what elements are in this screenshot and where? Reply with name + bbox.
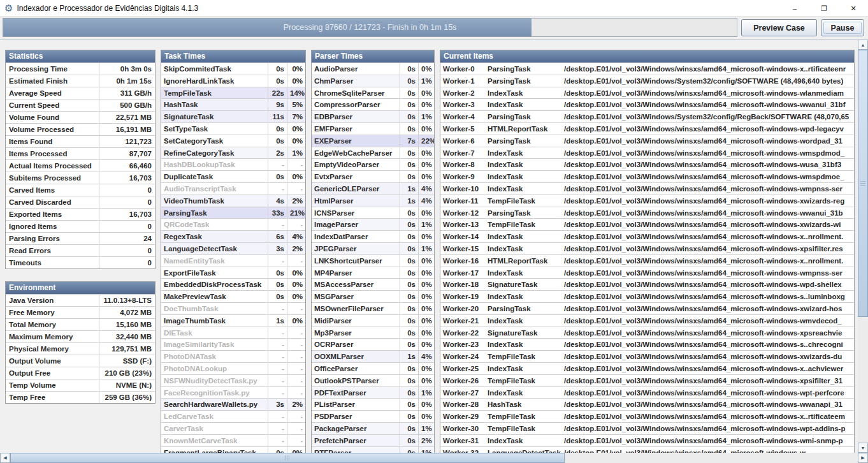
title-bar: ⚙ Indexador e Processador de Evidências …	[0, 0, 868, 17]
task-percent: -	[287, 327, 305, 339]
table-row: Temp Free259 GB (36%)	[6, 391, 155, 403]
parser-percent: 0%	[418, 147, 434, 159]
stat-value: 0	[99, 221, 155, 232]
table-row: Output Free210 GB (23%)	[6, 367, 155, 379]
parser-time: 0s	[400, 99, 418, 110]
table-row: Worker-24TempFileTask/desktop.E01/vol_vo…	[440, 350, 854, 362]
parser-time: 0s	[400, 231, 418, 242]
scroll-down-button[interactable]: ▼	[858, 443, 868, 453]
env-label: Total Memory	[6, 319, 99, 330]
parser-percent: 4%	[418, 351, 434, 362]
env-value: 32,440 MB	[99, 331, 155, 342]
parser-time: 1s	[400, 195, 418, 207]
table-row: DIETask--	[161, 327, 305, 339]
environment-panel-title: Environment	[6, 282, 155, 294]
parser-name: EXEParser	[312, 135, 400, 147]
stat-label: Exported Items	[6, 209, 99, 220]
horizontal-scrollbar-thumb[interactable]	[10, 453, 565, 463]
parser-time: 0s	[400, 123, 418, 135]
vertical-scrollbar[interactable]: ▲ ▼	[858, 40, 868, 453]
scroll-right-button[interactable]: ▶	[858, 453, 868, 463]
parser-percent: 1%	[418, 243, 434, 254]
worker-name: Worker-11	[440, 195, 485, 207]
worker-item-path: /desktop.E01/vol_vol3/Windows/winsxs/amd…	[561, 243, 854, 254]
vertical-scrollbar-thumb[interactable]	[858, 50, 868, 317]
task-name: PhotoDNALookup	[161, 363, 268, 374]
worker-task: ParsingTask	[485, 75, 561, 87]
table-row: CompressorParser0s0%	[312, 98, 434, 110]
parser-percent: 0%	[418, 171, 434, 182]
pause-button[interactable]: Pause	[821, 19, 864, 36]
worker-name: Worker-13	[440, 219, 485, 230]
worker-item-path: /desktop.E01/vol_vol3/Windows/winsxs/amd…	[561, 147, 854, 159]
table-row: Worker-15IndexTask/desktop.E01/vol_vol3/…	[440, 242, 854, 254]
table-row: PSDParser0s0%	[312, 410, 434, 422]
parser-name: EDBParser	[312, 111, 400, 122]
task-percent: 0%	[287, 63, 305, 75]
task-time: 0s	[268, 123, 287, 135]
worker-item-path: /desktop.E01/vol_vol3/Windows/winsxs/amd…	[561, 435, 854, 446]
table-row: OOXMLParser1s4%	[312, 350, 434, 362]
worker-item-path: /desktop.E01/vol_vol3/Windows/winsxs/amd…	[561, 279, 854, 290]
horizontal-scrollbar[interactable]: ◀ ▶	[0, 453, 868, 463]
worker-item-path: /desktop.E01/vol_vol3/Windows/winsxs/amd…	[561, 303, 854, 314]
task-name: VideoThumbTask	[161, 195, 268, 207]
parser-percent: 0%	[418, 87, 434, 99]
task-percent: 0%	[287, 279, 305, 290]
worker-name: Worker-16	[440, 255, 485, 267]
task-percent: -	[287, 411, 305, 422]
stat-label: Volume Processed	[6, 124, 99, 135]
table-row: Processing Time0h 3m 0s	[6, 62, 155, 75]
worker-item-path: /desktop.E01/vol_vol3/Windows/winsxs/amd…	[561, 375, 854, 386]
task-time: -	[268, 375, 287, 386]
worker-task: ParsingTask	[485, 111, 561, 122]
worker-task: IndexTask	[485, 171, 561, 182]
parser-percent: 4%	[418, 195, 434, 207]
worker-name: Worker-22	[440, 327, 485, 339]
parser-name: ICNSParser	[312, 207, 400, 219]
table-row: DocThumbTask--	[161, 302, 305, 314]
task-time: -	[268, 303, 287, 314]
worker-name: Worker-4	[440, 111, 485, 122]
close-button[interactable]: ✕	[839, 0, 868, 17]
scroll-up-button[interactable]: ▲	[858, 40, 868, 50]
task-percent: -	[287, 183, 305, 195]
stat-value: 311 GB/h	[99, 87, 155, 99]
parser-percent: 1%	[418, 423, 434, 434]
parser-percent: 0%	[418, 375, 434, 386]
table-row: Maximum Memory32,440 MB	[6, 330, 155, 342]
parser-name: MidiParser	[312, 315, 400, 327]
task-name: FragmentLargeBinaryTask	[161, 447, 268, 453]
task-name: DuplicateTask	[161, 171, 268, 182]
parser-time: 0s	[400, 399, 418, 410]
table-row: MidiParser0s0%	[312, 314, 434, 327]
worker-item-path: /desktop.E01/vol_vol3/Windows/winsxs/amd…	[561, 399, 854, 410]
stat-value: 500 GB/h	[99, 99, 155, 111]
table-row: IgnoreHardLinkTask0s0%	[161, 75, 305, 87]
worker-name: Worker-23	[440, 339, 485, 350]
worker-task: IndexTask	[485, 315, 561, 327]
task-percent: 0%	[287, 315, 305, 327]
scroll-left-button[interactable]: ◀	[0, 453, 10, 463]
parser-name: OOXMLParser	[312, 351, 400, 362]
table-row: GenericOLEParser1s4%	[312, 182, 434, 195]
parser-time: 0s	[400, 303, 418, 314]
worker-item-path: /desktop.E01/vol_vol3/Windows/winsxs/amd…	[561, 219, 854, 230]
parser-name: JPEGParser	[312, 243, 400, 254]
task-percent: 2%	[287, 399, 305, 410]
worker-item-path: /desktop.E01/vol_vol3/Windows/winsxs/amd…	[561, 87, 854, 99]
parser-name: PDFTextParser	[312, 387, 400, 399]
preview-case-button[interactable]: Preview Case	[741, 19, 817, 36]
minimize-button[interactable]: –	[780, 0, 809, 17]
table-row: MSAccessParser0s0%	[312, 278, 434, 290]
table-row: SetTypeTask0s0%	[161, 122, 305, 135]
table-row: Carved Discarded0	[6, 196, 155, 208]
worker-item-path: /desktop.E01/vol_vol3/Windows/winsxs/amd…	[561, 99, 854, 110]
table-row: Mp3Parser0s0%	[312, 327, 434, 339]
env-label: Output Volume	[6, 355, 99, 367]
table-row: Worker-12ParsingTask/desktop.E01/vol_vol…	[440, 207, 854, 219]
table-row: RefineCategoryTask2s1%	[161, 147, 305, 159]
maximize-button[interactable]: ❐	[809, 0, 839, 17]
parser-name: PListParser	[312, 399, 400, 410]
worker-name: Worker-3	[440, 99, 485, 110]
